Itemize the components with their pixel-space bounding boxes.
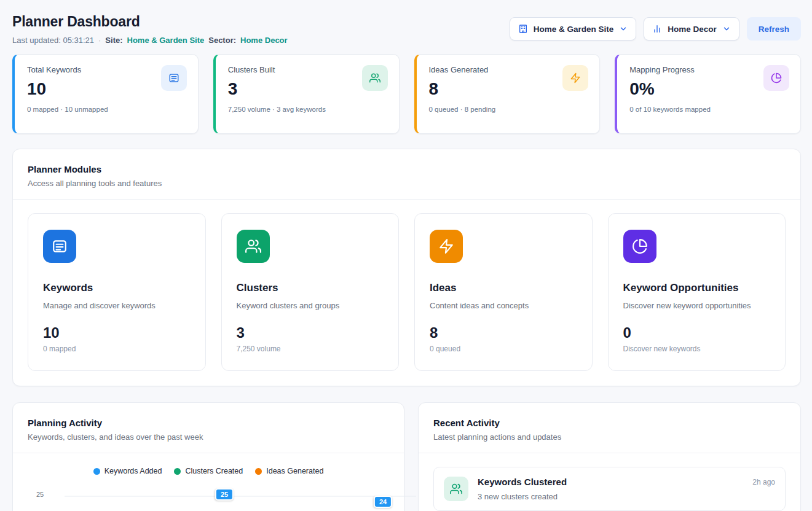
area-chart-canvas — [50, 484, 419, 511]
data-point-badge: 24 — [374, 496, 392, 508]
bar-chart-icon — [652, 24, 662, 34]
module-tile-keywords[interactable]: Keywords Manage and discover keywords 10… — [28, 213, 206, 371]
bolt-icon — [430, 230, 463, 263]
module-value: 10 — [43, 324, 191, 341]
stat-label: Total Keywords — [27, 65, 108, 74]
module-title: Ideas — [430, 282, 577, 294]
stat-card-total-keywords: Total Keywords 10 0 mapped · 10 unmapped — [12, 54, 199, 134]
stat-main: Mapping Progress 0% 0 of 10 keywords map… — [629, 65, 711, 124]
divider — [419, 453, 800, 453]
planner-modules-panel: Planner Modules Access all planning tool… — [12, 149, 801, 386]
module-description: Keyword clusters and groups — [237, 301, 384, 310]
module-tile-keyword-opportunities[interactable]: Keyword Opportunities Discover new keywo… — [608, 213, 786, 371]
panel-subtitle: Access all planning tools and features — [28, 179, 786, 188]
users-icon — [362, 65, 388, 91]
bolt-icon — [562, 65, 588, 91]
planning-activity-chart: 25 25 24 — [28, 484, 389, 511]
stat-main: Clusters Built 3 7,250 volume · 3 avg ke… — [228, 65, 326, 124]
module-detail: 0 mapped — [43, 345, 191, 353]
stat-main: Total Keywords 10 0 mapped · 10 unmapped — [27, 65, 108, 124]
sector-selector-dropdown[interactable]: Home Decor — [644, 17, 739, 41]
panel-title: Planner Modules — [28, 164, 786, 174]
users-icon — [444, 477, 468, 501]
last-updated-text: Last updated: 05:31:21 — [12, 36, 94, 45]
legend-label: Keywords Added — [104, 467, 162, 475]
module-description: Content ideas and concepts — [430, 301, 577, 310]
divider — [13, 453, 404, 453]
module-value: 8 — [430, 324, 577, 341]
topbar: Planner Dashboard Last updated: 05:31:21… — [12, 14, 801, 45]
activity-description: 3 new clusters created — [478, 492, 743, 501]
topbar-left: Planner Dashboard Last updated: 05:31:21… — [12, 14, 288, 45]
stat-card-mapping-progress: Mapping Progress 0% 0 of 10 keywords map… — [615, 54, 801, 134]
legend-item-ideas-generated: Ideas Generated — [255, 467, 323, 475]
panel-title: Planning Activity — [28, 418, 389, 428]
legend-dot-orange — [255, 468, 262, 475]
modules-grid: Keywords Manage and discover keywords 10… — [28, 213, 786, 371]
site-selector-dropdown[interactable]: Home & Garden Site — [510, 17, 637, 41]
module-tile-clusters[interactable]: Clusters Keyword clusters and groups 3 7… — [221, 213, 400, 371]
stats-row: Total Keywords 10 0 mapped · 10 unmapped… — [12, 54, 801, 134]
stat-value: 3 — [228, 79, 326, 99]
stat-card-clusters-built: Clusters Built 3 7,250 volume · 3 avg ke… — [213, 54, 400, 134]
page-subtitle: Last updated: 05:31:21 · Site: Home & Ga… — [12, 36, 288, 45]
module-detail: 7,250 volume — [237, 345, 384, 353]
stat-label: Clusters Built — [228, 65, 326, 74]
stat-value: 0% — [629, 79, 711, 99]
pie-chart-icon — [763, 65, 789, 91]
page-title: Planner Dashboard — [12, 14, 288, 30]
activity-timestamp: 2h ago — [752, 478, 775, 486]
bottom-row: Planning Activity Keywords, clusters, an… — [12, 402, 801, 511]
sector-label: Sector: — [208, 36, 236, 45]
module-title: Keywords — [43, 282, 191, 294]
module-description: Discover new keyword opportunities — [623, 301, 771, 310]
stat-label: Mapping Progress — [629, 65, 711, 74]
module-tile-ideas[interactable]: Ideas Content ideas and concepts 8 0 que… — [414, 213, 593, 371]
module-description: Manage and discover keywords — [43, 301, 191, 310]
module-title: Keyword Opportunities — [623, 282, 771, 294]
planning-activity-panel: Planning Activity Keywords, clusters, an… — [12, 402, 404, 511]
module-value: 3 — [237, 324, 384, 341]
module-value: 0 — [623, 324, 771, 341]
panel-subtitle: Latest planning actions and updates — [433, 432, 786, 442]
data-point-badge: 25 — [215, 488, 234, 501]
stat-label: Ideas Generated — [429, 65, 496, 74]
site-link[interactable]: Home & Garden Site — [127, 36, 205, 45]
legend-label: Ideas Generated — [266, 467, 323, 475]
panel-title: Recent Activity — [433, 418, 786, 428]
sector-selector-value: Home Decor — [668, 25, 717, 34]
stat-detail: 0 of 10 keywords mapped — [629, 106, 711, 113]
legend-dot-green — [174, 468, 181, 475]
stat-main: Ideas Generated 8 0 queued · 8 pending — [429, 65, 496, 124]
stat-detail: 0 queued · 8 pending — [429, 106, 496, 113]
activity-title: Keywords Clustered — [478, 477, 743, 487]
module-detail: Discover new keywords — [623, 345, 771, 353]
users-icon — [237, 230, 270, 263]
legend-label: Clusters Created — [185, 467, 243, 475]
module-detail: 0 queued — [430, 345, 577, 353]
y-axis-tick: 25 — [36, 491, 44, 498]
stat-card-ideas-generated: Ideas Generated 8 0 queued · 8 pending — [414, 54, 601, 134]
module-title: Clusters — [237, 282, 384, 294]
recent-activity-panel: Recent Activity Latest planning actions … — [418, 402, 801, 511]
site-selector-value: Home & Garden Site — [534, 25, 614, 34]
refresh-button[interactable]: Refresh — [747, 17, 801, 41]
stat-value: 10 — [27, 79, 108, 99]
stat-value: 8 — [429, 79, 496, 99]
chart-legend: Keywords Added Clusters Created Ideas Ge… — [28, 467, 389, 475]
building-icon — [518, 24, 528, 34]
topbar-controls: Home & Garden Site Home Decor Refresh — [510, 17, 801, 41]
stat-detail: 0 mapped · 10 unmapped — [27, 106, 108, 113]
sector-link[interactable]: Home Decor — [240, 36, 288, 45]
site-label: Site: — [105, 36, 122, 45]
chevron-down-icon — [722, 25, 731, 33]
document-icon — [43, 230, 76, 263]
document-icon — [161, 65, 187, 91]
legend-dot-blue — [93, 468, 100, 475]
legend-item-clusters-created: Clusters Created — [174, 467, 243, 475]
pie-chart-icon — [623, 230, 656, 263]
dot-separator: · — [98, 36, 101, 45]
stat-detail: 7,250 volume · 3 avg keywords — [228, 106, 326, 113]
chevron-down-icon — [619, 25, 628, 33]
divider — [13, 199, 800, 200]
